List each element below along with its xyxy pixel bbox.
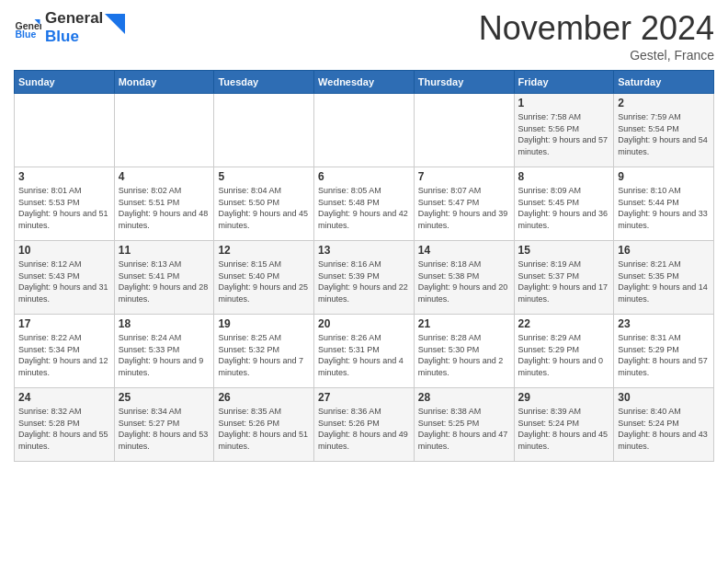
day-number: 15 [518, 244, 610, 257]
calendar-cell: 11Sunrise: 8:13 AM Sunset: 5:41 PM Dayli… [114, 241, 214, 315]
day-info: Sunrise: 8:36 AM Sunset: 5:26 PM Dayligh… [318, 406, 410, 452]
calendar-body: 1Sunrise: 7:58 AM Sunset: 5:56 PM Daylig… [15, 94, 714, 462]
day-number: 28 [418, 391, 510, 404]
day-number: 14 [418, 244, 510, 257]
day-number: 20 [318, 317, 410, 330]
day-number: 16 [618, 244, 710, 257]
day-number: 8 [518, 170, 610, 183]
day-info: Sunrise: 8:09 AM Sunset: 5:45 PM Dayligh… [518, 185, 610, 231]
day-info: Sunrise: 8:31 AM Sunset: 5:29 PM Dayligh… [618, 332, 710, 378]
calendar-cell: 3Sunrise: 8:01 AM Sunset: 5:53 PM Daylig… [15, 167, 115, 241]
day-info: Sunrise: 8:10 AM Sunset: 5:44 PM Dayligh… [618, 185, 710, 231]
weekday-header-saturday: Saturday [614, 71, 714, 94]
day-info: Sunrise: 8:35 AM Sunset: 5:26 PM Dayligh… [218, 406, 310, 452]
title-area: November 2024 Gestel, France [479, 9, 714, 63]
day-number: 30 [618, 391, 710, 404]
day-info: Sunrise: 8:22 AM Sunset: 5:34 PM Dayligh… [18, 332, 110, 378]
weekday-header-thursday: Thursday [414, 71, 514, 94]
day-number: 19 [218, 317, 310, 330]
calendar-cell [15, 94, 115, 167]
day-number: 9 [618, 170, 710, 183]
location: Gestel, France [479, 48, 714, 63]
calendar-cell: 15Sunrise: 8:19 AM Sunset: 5:37 PM Dayli… [514, 241, 614, 315]
weekday-header-sunday: Sunday [15, 71, 115, 94]
day-number: 26 [218, 391, 310, 404]
day-number: 11 [119, 244, 210, 257]
day-info: Sunrise: 8:26 AM Sunset: 5:31 PM Dayligh… [318, 332, 410, 378]
calendar-cell: 24Sunrise: 8:32 AM Sunset: 5:28 PM Dayli… [15, 388, 115, 462]
weekday-header-friday: Friday [514, 71, 614, 94]
logo-blue: Blue [45, 28, 103, 46]
day-number: 21 [418, 317, 510, 330]
calendar-cell: 22Sunrise: 8:29 AM Sunset: 5:29 PM Dayli… [514, 315, 614, 388]
logo-general: General [45, 9, 103, 28]
day-number: 17 [18, 317, 110, 330]
day-info: Sunrise: 8:04 AM Sunset: 5:50 PM Dayligh… [218, 185, 310, 231]
day-info: Sunrise: 8:01 AM Sunset: 5:53 PM Dayligh… [18, 185, 110, 231]
calendar-cell [414, 94, 514, 167]
calendar-week-1: 3Sunrise: 8:01 AM Sunset: 5:53 PM Daylig… [15, 167, 714, 241]
svg-text:Blue: Blue [16, 29, 37, 40]
logo: General Blue General Blue [14, 9, 125, 47]
calendar-cell: 21Sunrise: 8:28 AM Sunset: 5:30 PM Dayli… [414, 315, 514, 388]
day-number: 23 [618, 317, 710, 330]
calendar-cell: 14Sunrise: 8:18 AM Sunset: 5:38 PM Dayli… [414, 241, 514, 315]
day-info: Sunrise: 8:39 AM Sunset: 5:24 PM Dayligh… [518, 406, 610, 452]
day-number: 1 [518, 97, 610, 109]
calendar-week-4: 24Sunrise: 8:32 AM Sunset: 5:28 PM Dayli… [15, 388, 714, 462]
calendar-table: SundayMondayTuesdayWednesdayThursdayFrid… [14, 70, 714, 462]
calendar-cell: 18Sunrise: 8:24 AM Sunset: 5:33 PM Dayli… [114, 315, 214, 388]
day-info: Sunrise: 8:07 AM Sunset: 5:47 PM Dayligh… [418, 185, 510, 231]
logo-icon: General Blue [14, 14, 41, 41]
calendar-cell: 19Sunrise: 8:25 AM Sunset: 5:32 PM Dayli… [214, 315, 314, 388]
weekday-header-tuesday: Tuesday [214, 71, 314, 94]
calendar-cell: 6Sunrise: 8:05 AM Sunset: 5:48 PM Daylig… [314, 167, 415, 241]
day-info: Sunrise: 8:18 AM Sunset: 5:38 PM Dayligh… [418, 259, 510, 304]
day-number: 10 [18, 244, 110, 257]
day-info: Sunrise: 8:38 AM Sunset: 5:25 PM Dayligh… [418, 406, 510, 452]
day-number: 18 [119, 317, 210, 330]
calendar-cell: 30Sunrise: 8:40 AM Sunset: 5:24 PM Dayli… [614, 388, 714, 462]
calendar-cell: 8Sunrise: 8:09 AM Sunset: 5:45 PM Daylig… [514, 167, 614, 241]
day-info: Sunrise: 8:29 AM Sunset: 5:29 PM Dayligh… [518, 332, 610, 378]
day-info: Sunrise: 8:13 AM Sunset: 5:41 PM Dayligh… [119, 259, 210, 304]
calendar-week-2: 10Sunrise: 8:12 AM Sunset: 5:43 PM Dayli… [15, 241, 714, 315]
header: General Blue General Blue November 2024 … [14, 9, 714, 63]
day-number: 6 [318, 170, 410, 183]
day-number: 29 [518, 391, 610, 404]
calendar-cell: 26Sunrise: 8:35 AM Sunset: 5:26 PM Dayli… [214, 388, 314, 462]
day-info: Sunrise: 8:02 AM Sunset: 5:51 PM Dayligh… [119, 185, 210, 231]
month-title: November 2024 [479, 9, 714, 48]
day-info: Sunrise: 8:32 AM Sunset: 5:28 PM Dayligh… [18, 406, 110, 452]
calendar-cell: 20Sunrise: 8:26 AM Sunset: 5:31 PM Dayli… [314, 315, 415, 388]
logo-arrow-icon [105, 14, 125, 34]
day-info: Sunrise: 8:24 AM Sunset: 5:33 PM Dayligh… [119, 332, 210, 378]
calendar-cell [314, 94, 415, 167]
calendar-week-3: 17Sunrise: 8:22 AM Sunset: 5:34 PM Dayli… [15, 315, 714, 388]
day-info: Sunrise: 8:15 AM Sunset: 5:40 PM Dayligh… [218, 259, 310, 304]
day-number: 13 [318, 244, 410, 257]
day-info: Sunrise: 8:40 AM Sunset: 5:24 PM Dayligh… [618, 406, 710, 452]
calendar-cell [214, 94, 314, 167]
calendar-cell: 29Sunrise: 8:39 AM Sunset: 5:24 PM Dayli… [514, 388, 614, 462]
calendar-cell: 27Sunrise: 8:36 AM Sunset: 5:26 PM Dayli… [314, 388, 415, 462]
calendar-cell: 28Sunrise: 8:38 AM Sunset: 5:25 PM Dayli… [414, 388, 514, 462]
weekday-header-row: SundayMondayTuesdayWednesdayThursdayFrid… [15, 71, 714, 94]
day-number: 7 [418, 170, 510, 183]
day-info: Sunrise: 8:34 AM Sunset: 5:27 PM Dayligh… [119, 406, 210, 452]
calendar-cell: 23Sunrise: 8:31 AM Sunset: 5:29 PM Dayli… [614, 315, 714, 388]
calendar-cell: 5Sunrise: 8:04 AM Sunset: 5:50 PM Daylig… [214, 167, 314, 241]
calendar-cell: 1Sunrise: 7:58 AM Sunset: 5:56 PM Daylig… [514, 94, 614, 167]
day-info: Sunrise: 7:59 AM Sunset: 5:54 PM Dayligh… [618, 111, 710, 157]
calendar-cell: 7Sunrise: 8:07 AM Sunset: 5:47 PM Daylig… [414, 167, 514, 241]
calendar-cell: 16Sunrise: 8:21 AM Sunset: 5:35 PM Dayli… [614, 241, 714, 315]
weekday-header-wednesday: Wednesday [314, 71, 415, 94]
day-info: Sunrise: 8:16 AM Sunset: 5:39 PM Dayligh… [318, 259, 410, 304]
calendar-week-0: 1Sunrise: 7:58 AM Sunset: 5:56 PM Daylig… [15, 94, 714, 167]
calendar-cell [114, 94, 214, 167]
day-info: Sunrise: 7:58 AM Sunset: 5:56 PM Dayligh… [518, 111, 610, 157]
weekday-header-monday: Monday [114, 71, 214, 94]
day-number: 4 [119, 170, 210, 183]
calendar-cell: 2Sunrise: 7:59 AM Sunset: 5:54 PM Daylig… [614, 94, 714, 167]
day-number: 22 [518, 317, 610, 330]
